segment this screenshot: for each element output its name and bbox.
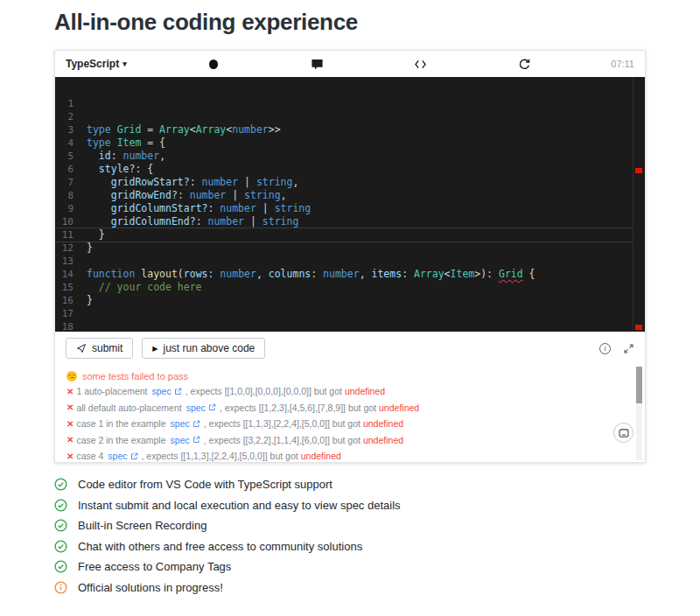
test-result-row: ✕1 auto-placementspec , expects [[1,0,0]…	[66, 383, 615, 400]
spec-link[interactable]: spec	[186, 402, 216, 413]
editor-scrollbar[interactable]	[633, 77, 645, 332]
line-number: 5	[55, 150, 87, 163]
spec-link-label: spec	[152, 386, 172, 396]
test-list: ✕1 auto-placementspec , expects [[1,0,0]…	[66, 383, 615, 462]
line-number: 9	[55, 202, 87, 215]
test-name: case 1 in the example	[76, 418, 165, 429]
page-title: All-in-one coding experience	[54, 9, 700, 36]
chat-bubble-glyph	[311, 58, 324, 71]
info-icon[interactable]: i	[599, 343, 611, 354]
line-number: 18	[55, 320, 87, 332]
test-name: 1 auto-placement	[76, 386, 147, 396]
run-button[interactable]: ▶ just run above code	[142, 338, 265, 359]
line-number: 8	[55, 189, 87, 202]
spec-link-label: spec	[171, 435, 190, 445]
external-link-icon	[174, 388, 182, 396]
screen-recording-button[interactable]	[613, 423, 634, 443]
line-number: 12	[55, 242, 87, 255]
got-value: undefined	[363, 418, 403, 429]
code-lines: 123type Grid = Array<Array<number>>4type…	[55, 97, 645, 332]
feature-text: Code editor from VS Code with TypeScript…	[78, 478, 332, 491]
code-line: 10 gridColumnEnd?: number | string	[55, 215, 645, 228]
chat-icon[interactable]	[310, 57, 324, 71]
line-number: 14	[55, 268, 87, 281]
feature-text: Official solutions in progress!	[78, 581, 223, 594]
results-scrollbar	[636, 367, 642, 460]
line-number: 1	[55, 97, 87, 110]
feature-text: Free access to Company Tags	[78, 560, 231, 573]
external-link-icon	[208, 403, 216, 411]
code-line: 11 }	[55, 228, 645, 242]
run-label: just run above code	[164, 342, 256, 354]
spec-link[interactable]: spec	[171, 418, 200, 429]
code-text: type Grid = Array<Array<number>>	[87, 123, 281, 136]
feature-list: Code editor from VS Code with TypeScript…	[54, 474, 700, 598]
got-value: undefined	[345, 386, 385, 396]
code-text: gridRowEnd?: number | string,	[87, 189, 287, 202]
code-text: gridRowStart?: number | string,	[87, 176, 298, 189]
spec-link[interactable]: spec	[108, 451, 137, 461]
line-number: 15	[55, 281, 87, 294]
feature-item: Free access to Company Tags	[54, 556, 700, 578]
language-dropdown[interactable]: TypeScript ▾	[66, 58, 127, 70]
code-icon[interactable]	[414, 57, 428, 71]
code-text: gridColumnEnd?: number | string	[87, 215, 298, 228]
spec-link[interactable]: spec	[171, 435, 200, 445]
code-text: // your code here	[87, 281, 202, 294]
code-text: }	[87, 294, 93, 307]
refresh-icon[interactable]	[517, 57, 531, 71]
record-icon[interactable]	[206, 57, 220, 71]
feature-text: Chat with others and free access to comm…	[78, 540, 362, 553]
line-number: 2	[55, 110, 87, 123]
results-scrollbar-thumb[interactable]	[636, 367, 642, 403]
expand-icon[interactable]	[623, 343, 634, 354]
code-editor[interactable]: 123type Grid = Array<Array<number>>4type…	[55, 77, 645, 332]
line-number: 10	[55, 215, 87, 228]
check-circle-icon	[54, 499, 67, 512]
external-link-icon	[130, 452, 138, 460]
code-text: gridColumnStart?: number | string	[87, 202, 311, 215]
results-header: some tests failed to pass	[66, 368, 615, 383]
test-result-row: ✕case 1 in the examplespec , expects [[1…	[66, 416, 615, 432]
line-number: 6	[55, 163, 87, 176]
send-icon	[76, 343, 87, 354]
code-line: 7 gridRowStart?: number | string,	[55, 176, 645, 189]
fail-x-icon: ✕	[66, 402, 74, 412]
code-line: 5 id: number,	[55, 150, 645, 163]
line-number: 7	[55, 176, 87, 189]
spec-link[interactable]: spec	[152, 386, 182, 396]
code-line: 1	[55, 97, 645, 110]
feature-item: Built-in Screen Recording	[54, 515, 700, 536]
code-line: 12}	[55, 242, 645, 255]
video-icon	[619, 429, 629, 438]
fail-x-icon: ✕	[66, 419, 74, 429]
sad-face-icon	[66, 371, 77, 382]
submit-label: submit	[92, 342, 122, 354]
expand-arrows-glyph	[623, 343, 634, 354]
test-result-row: ✕case 2 in the examplespec , expects [[3…	[66, 432, 615, 449]
expects-text: , expects [[1,1,3],[2,2,4],[5,0,0]] but …	[204, 418, 360, 429]
code-text: style?: {	[87, 163, 153, 176]
code-text: }	[87, 242, 93, 255]
check-circle-icon	[54, 519, 67, 532]
test-result-row: ✕all default auto-placementspec , expect…	[66, 400, 615, 416]
feature-item: Official solutions in progress!	[54, 578, 700, 598]
external-link-icon	[192, 436, 200, 444]
check-circle-icon	[54, 540, 67, 553]
code-line: 18	[55, 320, 645, 332]
code-line: 2	[55, 110, 645, 123]
feature-item: Chat with others and free access to comm…	[54, 536, 700, 557]
error-marker	[635, 168, 642, 173]
test-name: all default auto-placement	[76, 402, 181, 413]
code-line: 9 gridColumnStart?: number | string	[55, 202, 645, 215]
submit-button[interactable]: submit	[66, 338, 133, 359]
spec-link-label: spec	[108, 451, 127, 461]
code-text: id: number,	[87, 150, 165, 163]
play-icon: ▶	[152, 345, 158, 353]
line-number: 11	[55, 228, 87, 242]
line-number: 13	[55, 255, 87, 268]
refresh-glyph	[518, 58, 531, 71]
test-result-row: ✕case 4spec , expects [[1,1,3],[2,2,4],[…	[66, 448, 615, 462]
line-number: 3	[55, 123, 87, 136]
got-value: undefined	[363, 435, 403, 445]
